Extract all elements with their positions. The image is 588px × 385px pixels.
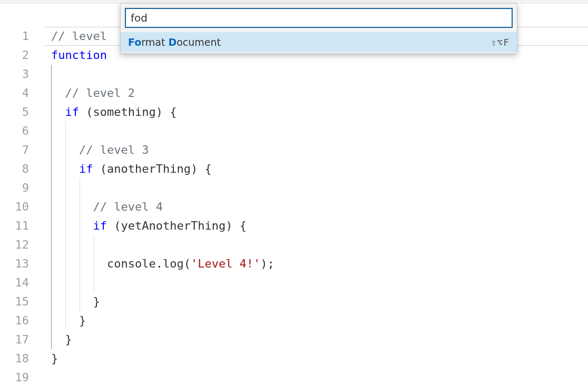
code-line-content: if (something) { [51,105,177,119]
indent-guide [80,179,80,198]
code-line[interactable]: } [45,311,588,330]
line-number: 19 [0,368,45,385]
code-line-content: } [51,295,100,308]
indent-guide [51,216,52,235]
line-number: 9 [0,179,45,198]
command-palette-item-label: Format Document [128,36,221,48]
indent-guide [65,273,66,292]
indent-guide [80,292,80,311]
indent-guide [65,292,66,311]
code-line[interactable] [45,273,588,292]
indent-guide [51,65,52,84]
code-line[interactable]: // level 3 [45,141,588,160]
code-line-content: console.log('Level 4!'); [51,257,275,270]
line-number-gutter: 12345678910111213141516171819 [0,4,45,385]
indent-guide [80,198,80,216]
indent-guide [80,273,80,292]
code-line[interactable]: // level 2 [45,84,588,103]
code-line[interactable] [45,122,588,141]
code-line-content: // level 2 [51,86,135,100]
line-number: 4 [0,84,45,103]
indent-guide [51,273,52,292]
indent-guide [51,292,52,311]
command-palette-input[interactable] [125,8,513,28]
line-number: 10 [0,198,45,216]
line-number: 12 [0,235,45,254]
command-palette-item[interactable]: Format Document⇧⌥F [121,32,517,52]
indent-guide [51,198,52,216]
indent-guide [51,103,52,122]
indent-guide [94,273,94,292]
indent-guide [80,235,80,254]
code-line-content: } [51,314,86,327]
code-line-content: // level [51,29,114,43]
line-number: 14 [0,273,45,292]
code-line-content: if (anotherThing) { [51,162,212,175]
indent-guide [65,122,66,141]
code-line[interactable]: // level 4 [45,198,588,216]
indent-guide [65,254,66,273]
indent-guide [65,160,66,179]
indent-guide [94,254,94,273]
code-line[interactable] [45,368,588,385]
indent-guide [65,198,66,216]
indent-guide [51,84,52,103]
code-line-content: function [51,48,114,62]
line-number: 16 [0,311,45,330]
code-line[interactable] [45,235,588,254]
command-palette-input-wrap [121,4,517,32]
indent-guide [51,160,52,179]
indent-guide [51,122,52,141]
line-number: 7 [0,141,45,160]
line-number: 15 [0,292,45,311]
indent-guide [65,179,66,198]
indent-guide [94,235,94,254]
code-line[interactable]: } [45,292,588,311]
code-line-content: } [51,352,58,365]
code-line[interactable] [45,179,588,198]
code-line[interactable]: if (anotherThing) { [45,160,588,179]
indent-guide [51,141,52,160]
indent-guide [51,254,52,273]
code-line[interactable] [45,65,588,84]
indent-guide [65,311,66,330]
code-line-content: } [51,333,72,346]
code-line[interactable]: if (something) { [45,103,588,122]
code-line-content: // level 4 [51,200,163,213]
code-line[interactable]: } [45,330,588,349]
line-number: 1 [0,27,45,46]
code-line[interactable]: } [45,349,588,368]
indent-guide [51,235,52,254]
code-line[interactable]: console.log('Level 4!'); [45,254,588,273]
line-number: 6 [0,122,45,141]
command-palette: Format Document⇧⌥F [120,3,517,54]
indent-guide [65,235,66,254]
line-number: 3 [0,65,45,84]
indent-guide [51,179,52,198]
line-number: 13 [0,254,45,273]
line-number: 5 [0,103,45,122]
line-number: 8 [0,160,45,179]
command-palette-item-shortcut: ⇧⌥F [491,37,509,48]
indent-guide [51,311,52,330]
line-number: 2 [0,46,45,65]
indent-guide [51,330,52,349]
line-number: 17 [0,330,45,349]
line-number: 18 [0,349,45,368]
indent-guide [80,254,80,273]
code-line-content: if (yetAnotherThing) { [51,219,247,232]
code-area[interactable]: // level function // level 2 if (somethi… [45,4,588,385]
code-line[interactable]: if (yetAnotherThing) { [45,216,588,235]
line-number: 11 [0,216,45,235]
indent-guide [65,216,66,235]
indent-guide [65,141,66,160]
command-palette-list: Format Document⇧⌥F [121,32,517,52]
indent-guide [80,216,80,235]
code-editor[interactable]: 12345678910111213141516171819 // level f… [0,3,588,385]
